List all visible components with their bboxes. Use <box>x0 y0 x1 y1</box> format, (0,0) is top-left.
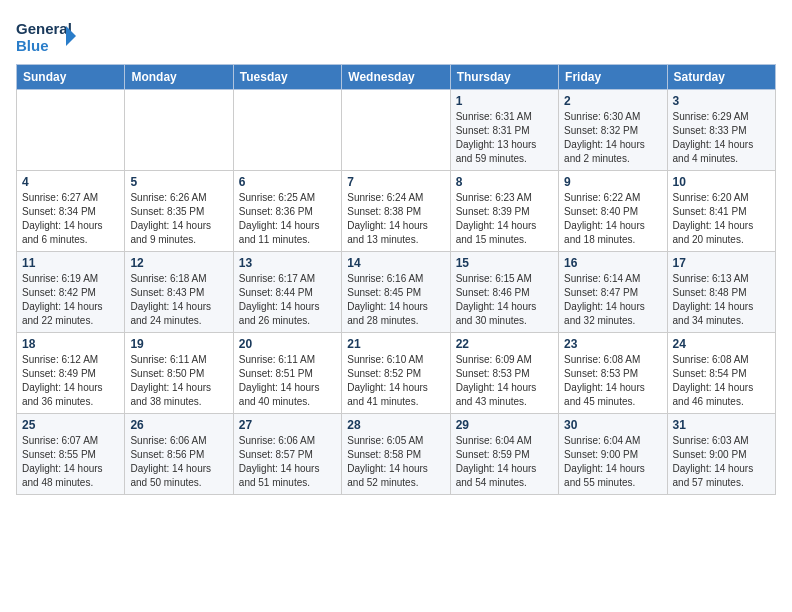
calendar-cell: 17Sunrise: 6:13 AM Sunset: 8:48 PM Dayli… <box>667 252 775 333</box>
calendar-cell: 13Sunrise: 6:17 AM Sunset: 8:44 PM Dayli… <box>233 252 341 333</box>
calendar-week-3: 11Sunrise: 6:19 AM Sunset: 8:42 PM Dayli… <box>17 252 776 333</box>
day-number: 27 <box>239 418 336 432</box>
calendar-cell: 4Sunrise: 6:27 AM Sunset: 8:34 PM Daylig… <box>17 171 125 252</box>
day-number: 8 <box>456 175 553 189</box>
day-number: 26 <box>130 418 227 432</box>
svg-text:General: General <box>16 20 72 37</box>
day-info: Sunrise: 6:07 AM Sunset: 8:55 PM Dayligh… <box>22 434 119 490</box>
day-info: Sunrise: 6:26 AM Sunset: 8:35 PM Dayligh… <box>130 191 227 247</box>
calendar-cell <box>125 90 233 171</box>
day-info: Sunrise: 6:14 AM Sunset: 8:47 PM Dayligh… <box>564 272 661 328</box>
calendar-cell: 18Sunrise: 6:12 AM Sunset: 8:49 PM Dayli… <box>17 333 125 414</box>
day-header-friday: Friday <box>559 65 667 90</box>
day-number: 18 <box>22 337 119 351</box>
calendar-cell <box>342 90 450 171</box>
day-number: 9 <box>564 175 661 189</box>
day-info: Sunrise: 6:08 AM Sunset: 8:54 PM Dayligh… <box>673 353 770 409</box>
day-info: Sunrise: 6:30 AM Sunset: 8:32 PM Dayligh… <box>564 110 661 166</box>
day-number: 15 <box>456 256 553 270</box>
calendar-cell: 15Sunrise: 6:15 AM Sunset: 8:46 PM Dayli… <box>450 252 558 333</box>
calendar-cell: 22Sunrise: 6:09 AM Sunset: 8:53 PM Dayli… <box>450 333 558 414</box>
day-number: 16 <box>564 256 661 270</box>
logo: GeneralBlue <box>16 16 76 56</box>
calendar-cell <box>233 90 341 171</box>
calendar-cell: 23Sunrise: 6:08 AM Sunset: 8:53 PM Dayli… <box>559 333 667 414</box>
calendar-cell: 10Sunrise: 6:20 AM Sunset: 8:41 PM Dayli… <box>667 171 775 252</box>
calendar-week-1: 1Sunrise: 6:31 AM Sunset: 8:31 PM Daylig… <box>17 90 776 171</box>
day-info: Sunrise: 6:24 AM Sunset: 8:38 PM Dayligh… <box>347 191 444 247</box>
day-number: 25 <box>22 418 119 432</box>
day-header-thursday: Thursday <box>450 65 558 90</box>
day-info: Sunrise: 6:20 AM Sunset: 8:41 PM Dayligh… <box>673 191 770 247</box>
day-info: Sunrise: 6:04 AM Sunset: 9:00 PM Dayligh… <box>564 434 661 490</box>
calendar-cell: 31Sunrise: 6:03 AM Sunset: 9:00 PM Dayli… <box>667 414 775 495</box>
day-number: 23 <box>564 337 661 351</box>
day-info: Sunrise: 6:03 AM Sunset: 9:00 PM Dayligh… <box>673 434 770 490</box>
calendar-cell: 20Sunrise: 6:11 AM Sunset: 8:51 PM Dayli… <box>233 333 341 414</box>
day-info: Sunrise: 6:08 AM Sunset: 8:53 PM Dayligh… <box>564 353 661 409</box>
svg-text:Blue: Blue <box>16 37 49 54</box>
day-number: 3 <box>673 94 770 108</box>
day-number: 22 <box>456 337 553 351</box>
calendar-cell: 26Sunrise: 6:06 AM Sunset: 8:56 PM Dayli… <box>125 414 233 495</box>
day-number: 20 <box>239 337 336 351</box>
day-info: Sunrise: 6:06 AM Sunset: 8:57 PM Dayligh… <box>239 434 336 490</box>
day-info: Sunrise: 6:25 AM Sunset: 8:36 PM Dayligh… <box>239 191 336 247</box>
calendar-table: SundayMondayTuesdayWednesdayThursdayFrid… <box>16 64 776 495</box>
calendar-cell: 21Sunrise: 6:10 AM Sunset: 8:52 PM Dayli… <box>342 333 450 414</box>
day-header-monday: Monday <box>125 65 233 90</box>
day-info: Sunrise: 6:13 AM Sunset: 8:48 PM Dayligh… <box>673 272 770 328</box>
day-number: 24 <box>673 337 770 351</box>
calendar-header: SundayMondayTuesdayWednesdayThursdayFrid… <box>17 65 776 90</box>
calendar-cell: 7Sunrise: 6:24 AM Sunset: 8:38 PM Daylig… <box>342 171 450 252</box>
day-number: 7 <box>347 175 444 189</box>
day-number: 29 <box>456 418 553 432</box>
day-info: Sunrise: 6:09 AM Sunset: 8:53 PM Dayligh… <box>456 353 553 409</box>
calendar-cell: 24Sunrise: 6:08 AM Sunset: 8:54 PM Dayli… <box>667 333 775 414</box>
day-info: Sunrise: 6:22 AM Sunset: 8:40 PM Dayligh… <box>564 191 661 247</box>
day-number: 19 <box>130 337 227 351</box>
calendar-cell: 12Sunrise: 6:18 AM Sunset: 8:43 PM Dayli… <box>125 252 233 333</box>
day-info: Sunrise: 6:16 AM Sunset: 8:45 PM Dayligh… <box>347 272 444 328</box>
calendar-cell: 6Sunrise: 6:25 AM Sunset: 8:36 PM Daylig… <box>233 171 341 252</box>
day-number: 10 <box>673 175 770 189</box>
day-number: 28 <box>347 418 444 432</box>
day-info: Sunrise: 6:31 AM Sunset: 8:31 PM Dayligh… <box>456 110 553 166</box>
calendar-cell: 8Sunrise: 6:23 AM Sunset: 8:39 PM Daylig… <box>450 171 558 252</box>
day-number: 13 <box>239 256 336 270</box>
calendar-cell: 5Sunrise: 6:26 AM Sunset: 8:35 PM Daylig… <box>125 171 233 252</box>
day-header-saturday: Saturday <box>667 65 775 90</box>
calendar-cell: 11Sunrise: 6:19 AM Sunset: 8:42 PM Dayli… <box>17 252 125 333</box>
calendar-cell: 27Sunrise: 6:06 AM Sunset: 8:57 PM Dayli… <box>233 414 341 495</box>
calendar-cell: 28Sunrise: 6:05 AM Sunset: 8:58 PM Dayli… <box>342 414 450 495</box>
page-header: GeneralBlue <box>16 16 776 56</box>
calendar-cell: 25Sunrise: 6:07 AM Sunset: 8:55 PM Dayli… <box>17 414 125 495</box>
calendar-cell: 2Sunrise: 6:30 AM Sunset: 8:32 PM Daylig… <box>559 90 667 171</box>
day-info: Sunrise: 6:05 AM Sunset: 8:58 PM Dayligh… <box>347 434 444 490</box>
day-info: Sunrise: 6:18 AM Sunset: 8:43 PM Dayligh… <box>130 272 227 328</box>
day-header-sunday: Sunday <box>17 65 125 90</box>
calendar-cell: 14Sunrise: 6:16 AM Sunset: 8:45 PM Dayli… <box>342 252 450 333</box>
day-info: Sunrise: 6:04 AM Sunset: 8:59 PM Dayligh… <box>456 434 553 490</box>
calendar-week-2: 4Sunrise: 6:27 AM Sunset: 8:34 PM Daylig… <box>17 171 776 252</box>
day-info: Sunrise: 6:27 AM Sunset: 8:34 PM Dayligh… <box>22 191 119 247</box>
calendar-cell: 29Sunrise: 6:04 AM Sunset: 8:59 PM Dayli… <box>450 414 558 495</box>
logo-svg: GeneralBlue <box>16 16 76 56</box>
day-number: 5 <box>130 175 227 189</box>
calendar-cell: 9Sunrise: 6:22 AM Sunset: 8:40 PM Daylig… <box>559 171 667 252</box>
calendar-body: 1Sunrise: 6:31 AM Sunset: 8:31 PM Daylig… <box>17 90 776 495</box>
day-info: Sunrise: 6:11 AM Sunset: 8:51 PM Dayligh… <box>239 353 336 409</box>
day-info: Sunrise: 6:15 AM Sunset: 8:46 PM Dayligh… <box>456 272 553 328</box>
day-info: Sunrise: 6:17 AM Sunset: 8:44 PM Dayligh… <box>239 272 336 328</box>
calendar-cell: 16Sunrise: 6:14 AM Sunset: 8:47 PM Dayli… <box>559 252 667 333</box>
day-info: Sunrise: 6:23 AM Sunset: 8:39 PM Dayligh… <box>456 191 553 247</box>
day-number: 11 <box>22 256 119 270</box>
day-number: 4 <box>22 175 119 189</box>
day-header-wednesday: Wednesday <box>342 65 450 90</box>
calendar-week-5: 25Sunrise: 6:07 AM Sunset: 8:55 PM Dayli… <box>17 414 776 495</box>
header-row: SundayMondayTuesdayWednesdayThursdayFrid… <box>17 65 776 90</box>
day-number: 14 <box>347 256 444 270</box>
calendar-cell <box>17 90 125 171</box>
day-info: Sunrise: 6:11 AM Sunset: 8:50 PM Dayligh… <box>130 353 227 409</box>
day-number: 12 <box>130 256 227 270</box>
